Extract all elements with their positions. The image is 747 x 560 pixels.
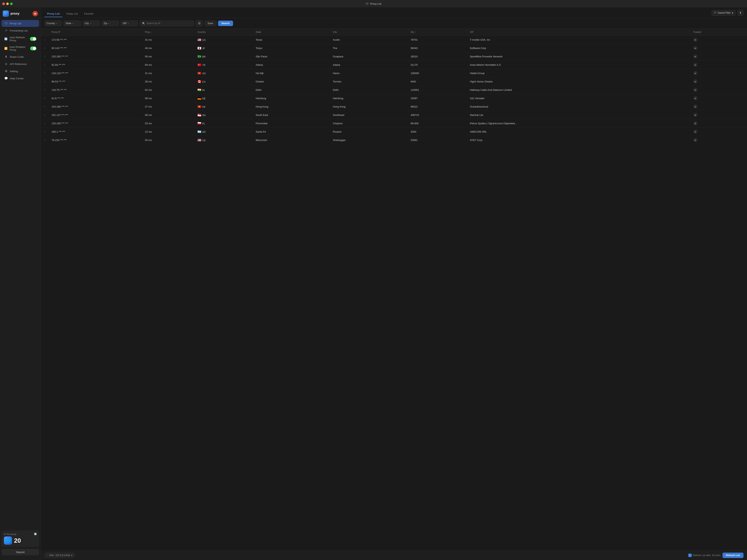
window-controls (2, 2, 12, 5)
star-cell-9[interactable]: ☆ (41, 111, 49, 119)
action-button-6[interactable]: ▶ (693, 88, 698, 92)
col-zip[interactable]: Zip ↕ (408, 29, 467, 35)
zip-12: 53081 (408, 136, 467, 144)
star-cell-1[interactable]: ☆ (41, 44, 49, 52)
ip-remaining-header: IP Remaning 🔄 (4, 533, 37, 535)
save-button[interactable]: Save (204, 20, 216, 26)
country-chevron-icon: ▾ (56, 22, 57, 25)
minimize-button[interactable] (6, 2, 9, 5)
star-cell-7[interactable]: ☆ (41, 94, 49, 103)
ping-4: 31 ms (142, 69, 195, 77)
sidebar-item-setting[interactable]: ⚙ Setting (2, 68, 39, 75)
auto-rotation-toggle[interactable] (30, 47, 36, 50)
action-button-11[interactable]: ▶ (693, 130, 698, 134)
logo-text: proxy (10, 12, 20, 16)
ping-2: 50 ms (142, 52, 195, 61)
action-button-12[interactable]: ▶ (693, 138, 698, 142)
ip-remaining-label: IP Remaning (4, 533, 16, 535)
filter-options-button[interactable]: ⚙ (196, 20, 203, 27)
table-row[interactable]: ☆ 76.232.***.*** 50 ms 🇺🇸US Wisconsin Sh… (41, 136, 747, 144)
sidebar-item-help-center[interactable]: 💬 Help Center (2, 75, 39, 82)
state-filter[interactable]: State ▾ (63, 20, 81, 26)
search-button[interactable]: Search (218, 21, 233, 26)
city-chevron-icon: ▾ (90, 22, 91, 25)
star-cell-6[interactable]: ☆ (41, 86, 49, 94)
table-row[interactable]: ☆ 91.93.***.*** 64 ms 🇹🇷TR Adana Adana 0… (41, 61, 747, 69)
proxy-list-icon: 🛡 (4, 22, 8, 25)
table-row[interactable]: ☆ 120.165.***.*** 50 ms 🇧🇷BR São Paulo G… (41, 52, 747, 61)
country-0: 🇺🇸US (195, 35, 253, 44)
isp-9: Starhub Ltd. (467, 111, 691, 119)
refresh-label: Refresh List after: 30 (min) (693, 554, 721, 557)
port-selector[interactable]: ? Port: 127.0.0.1:Port ▾ (44, 553, 75, 558)
saved-filter-button[interactable]: 🛡 Saved Filter ▾ (712, 10, 736, 16)
table-row[interactable]: ☆ 116.110.***.*** 31 ms 🇻🇳VN Hà Nội Hano… (41, 69, 747, 77)
filter-options-icon: ⚙ (198, 22, 201, 25)
table-row[interactable]: ☆ 160.1.***.*** 12 ms 🇦🇷AR Santa Fe Rosa… (41, 128, 747, 136)
table-row[interactable]: ☆ 60.142.***.*** 46 ms 🇯🇵JP Tokyo Tira 9… (41, 44, 747, 52)
zip-filter[interactable]: Zip ▾ (102, 20, 119, 26)
star-cell-3[interactable]: ☆ (41, 61, 49, 69)
action-button-0[interactable]: ▶ (693, 37, 698, 42)
city-filter[interactable]: City ▾ (82, 20, 100, 26)
action-button-3[interactable]: ▶ (693, 62, 698, 67)
star-cell-4[interactable]: ☆ (41, 69, 49, 77)
action-button-1[interactable]: ▶ (693, 46, 698, 50)
auto-refresh-toggle[interactable] (30, 37, 36, 41)
sidebar-item-auto-rotation[interactable]: 🔁 Auto Rotation Proxy (2, 44, 39, 53)
sidebar-item-proxy-list[interactable]: 🛡 Proxy List (2, 20, 39, 27)
table-row[interactable]: ☆ 61.8.***.*** 58 ms 🇩🇪DE Hamburg Hambur… (41, 94, 747, 103)
col-forward: Foward (691, 29, 747, 35)
search-ip-input[interactable] (147, 22, 191, 25)
setting-icon: ⚙ (4, 70, 8, 73)
maximize-button[interactable] (10, 2, 12, 5)
sidebar-item-forwarding-list[interactable]: ↗ Forwarding List (2, 27, 39, 34)
star-cell-11[interactable]: ☆ (41, 128, 49, 136)
tab-today-list[interactable]: Today List (63, 11, 80, 17)
proxy-ip-5: 96.53.***.*** (49, 77, 142, 86)
table-row[interactable]: ☆ 116.75.***.*** 62 ms 🇮🇳IN Delhi Delhi … (41, 86, 747, 94)
tab-proxy-list[interactable]: Proxy List (44, 11, 62, 17)
star-cell-0[interactable]: ☆ (41, 35, 49, 44)
action-button-2[interactable]: ▶ (693, 54, 698, 58)
tab-favorite[interactable]: Favorite (81, 11, 96, 17)
ping-3: 64 ms (142, 61, 195, 69)
action-button-8[interactable]: ▶ (693, 104, 698, 109)
zip-11: 2000 (408, 128, 467, 136)
deposit-button[interactable]: Deposit (2, 549, 39, 555)
sidebar-item-share-code[interactable]: ⬆ Share Code (2, 53, 39, 60)
star-cell-2[interactable]: ☆ (41, 52, 49, 61)
table-row[interactable]: ☆ 103.180.***.*** 27 ms 🇭🇰HK Hong Kong H… (41, 103, 747, 111)
close-button[interactable] (2, 2, 5, 5)
sidebar-item-label: API Reference (10, 62, 27, 65)
star-cell-8[interactable]: ☆ (41, 103, 49, 111)
proxy-ip-11: 160.1.***.*** (49, 128, 142, 136)
star-cell-10[interactable]: ☆ (41, 119, 49, 128)
sidebar-item-auto-refresh[interactable]: 🔄 Auto Refresh Proxy (2, 34, 39, 44)
action-button-10[interactable]: ▶ (693, 121, 698, 126)
sidebar-item-api-reference[interactable]: ⊙ API Reference (2, 60, 39, 68)
country-2: 🇧🇷BR (195, 52, 253, 61)
table-row[interactable]: ☆ 101.127.***.*** 06 ms 🇸🇬SG South East … (41, 111, 747, 119)
table-row[interactable]: ☆ 120.165.***.*** 53 ms 🇵🇱PL Pomorskie C… (41, 119, 747, 128)
share-button[interactable]: ⬆ (737, 10, 744, 16)
refresh-icon[interactable]: 🔄 (34, 533, 37, 535)
state-10: Pomorskie (253, 119, 330, 128)
col-ping[interactable]: Ping ↕ (142, 29, 195, 35)
search-ip-field[interactable]: 🔍 (140, 20, 194, 26)
action-button-9[interactable]: ▶ (693, 113, 698, 117)
refresh-list-button[interactable]: Refresh List (722, 553, 744, 558)
action-button-5[interactable]: ▶ (693, 79, 698, 84)
country-filter[interactable]: Country ▾ (44, 20, 62, 26)
avatar[interactable]: M (32, 11, 38, 16)
star-cell-12[interactable]: ☆ (41, 136, 49, 144)
sidebar-item-label: Proxy List (10, 22, 21, 25)
isp-filter[interactable]: ISP ▾ (121, 20, 138, 26)
table-row[interactable]: ☆ 96.53.***.*** 28 ms 🇨🇦CA Ontario Toron… (41, 77, 747, 86)
action-button-7[interactable]: ▶ (693, 96, 698, 100)
refresh-check-icon[interactable]: ✓ (688, 554, 692, 557)
port-chevron-icon: ▾ (71, 554, 72, 557)
star-cell-5[interactable]: ☆ (41, 77, 49, 86)
table-row[interactable]: ☆ 172.56.***.*** 31 ms 🇺🇸US Texas Austin… (41, 35, 747, 44)
action-button-4[interactable]: ▶ (693, 71, 698, 75)
